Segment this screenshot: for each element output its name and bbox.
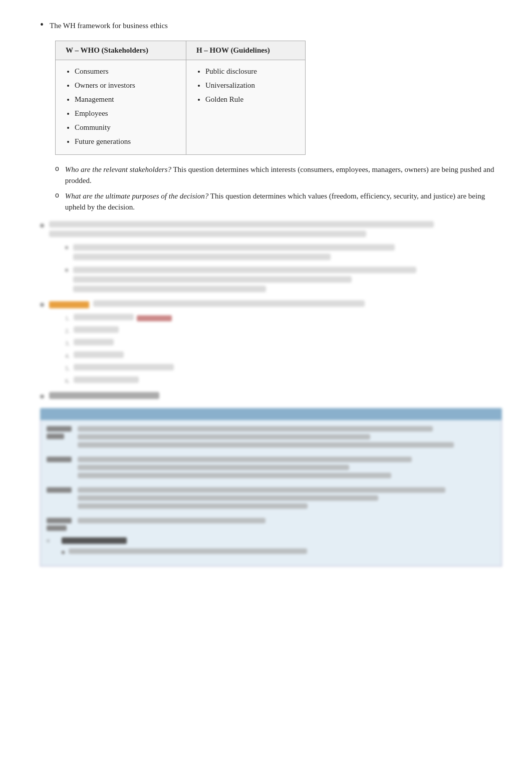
col1-list: Consumers Owners or investors Management… — [66, 65, 176, 147]
list-item: Management — [75, 93, 176, 105]
list-item: Owners or investors — [75, 79, 176, 91]
col1-header: W – WHO (Stakeholders) — [56, 41, 186, 60]
list-item: Employees — [75, 107, 176, 119]
sub-bullets-section: o Who are the relevant stakeholders? Thi… — [55, 164, 502, 213]
sub-bullet-marker-1: o — [55, 164, 59, 172]
bullet-marker: • — [40, 19, 44, 31]
blurred-section-1 — [40, 221, 502, 295]
list-item: Consumers — [75, 65, 176, 77]
list-item: Public disclosure — [205, 65, 295, 77]
sub-bullet-text-1: Who are the relevant stakeholders? This … — [65, 164, 502, 186]
sub-bullet-2: o What are the ultimate purposes of the … — [55, 190, 502, 213]
list-item: Future generations — [75, 135, 176, 147]
list-item: Community — [75, 121, 176, 133]
blurred-section-3-heading — [40, 392, 502, 402]
col2-content: Public disclosure Universalization Golde… — [186, 60, 305, 154]
blurred-section-2: 1. 2. 3. 4. 5. 6. — [40, 300, 502, 386]
col2-header: H – HOW (Guidelines) — [186, 41, 305, 60]
col1-content: Consumers Owners or investors Management… — [56, 60, 186, 154]
top-bullet-item: • The WH framework for business ethics — [40, 20, 502, 32]
main-content: • The WH framework for business ethics W… — [30, 20, 502, 566]
sub-bullet-text-2: What are the ultimate purposes of the de… — [65, 190, 502, 213]
blurred-data-table-section: o — [40, 408, 502, 566]
italic-text-1: Who are the relevant stakeholders? — [65, 165, 171, 173]
list-item: Universalization — [205, 79, 295, 91]
list-item: Golden Rule — [205, 93, 295, 105]
sub-bullet-1: o Who are the relevant stakeholders? Thi… — [55, 164, 502, 186]
top-bullet-text: The WH framework for business ethics — [50, 20, 168, 32]
sub-bullet-marker-2: o — [55, 191, 59, 199]
wh-framework-table: W – WHO (Stakeholders) H – HOW (Guidelin… — [55, 41, 306, 155]
col2-list: Public disclosure Universalization Golde… — [196, 65, 295, 105]
italic-text-2: What are the ultimate purposes of the de… — [65, 192, 209, 200]
